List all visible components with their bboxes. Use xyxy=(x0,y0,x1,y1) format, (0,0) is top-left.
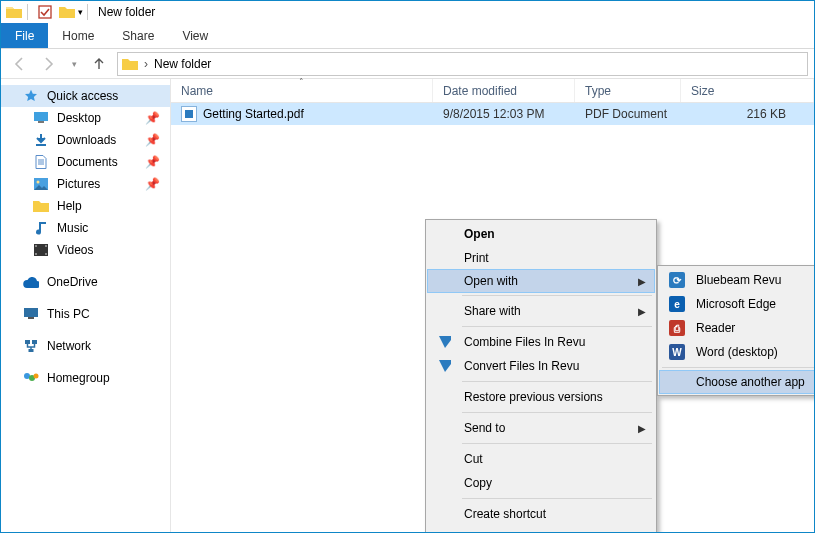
home-tab[interactable]: Home xyxy=(48,23,108,48)
edge-icon: e xyxy=(668,295,686,313)
sidebar-item-music[interactable]: Music xyxy=(1,217,170,239)
chevron-right-icon: ▶ xyxy=(638,306,646,317)
column-headers: Name˄ Date modified Type Size xyxy=(171,79,814,103)
folder-icon xyxy=(33,198,49,214)
address-folder-icon xyxy=(122,57,138,71)
menu-combine[interactable]: Combine Files In Revu xyxy=(428,330,654,354)
sidebar-item-desktop[interactable]: Desktop 📌 xyxy=(1,107,170,129)
pdf-icon xyxy=(181,106,197,122)
reader-icon: ⎙ xyxy=(668,319,686,337)
menu-restore[interactable]: Restore previous versions xyxy=(428,385,654,409)
breadcrumb-current[interactable]: New folder xyxy=(154,57,211,71)
address-row: ▾ › New folder xyxy=(1,49,814,79)
sidebar-item-label: This PC xyxy=(47,307,90,321)
view-tab[interactable]: View xyxy=(168,23,222,48)
sidebar-item-label: Music xyxy=(57,221,88,235)
address-bar[interactable]: › New folder xyxy=(117,52,808,76)
menu-convert[interactable]: Convert Files In Revu xyxy=(428,354,654,378)
svg-rect-2 xyxy=(38,121,44,123)
app-edge[interactable]: eMicrosoft Edge xyxy=(660,292,815,316)
sidebar-item-label: Quick access xyxy=(47,89,118,103)
bluebeam-icon: ⟳ xyxy=(668,271,686,289)
music-icon xyxy=(33,220,49,236)
column-date[interactable]: Date modified xyxy=(433,79,575,102)
sidebar-item-documents[interactable]: Documents 📌 xyxy=(1,151,170,173)
sidebar-item-pictures[interactable]: Pictures 📌 xyxy=(1,173,170,195)
desktop-icon xyxy=(33,110,49,126)
sidebar-quick-access[interactable]: Quick access xyxy=(1,85,170,107)
sidebar-item-label: Videos xyxy=(57,243,93,257)
svg-rect-11 xyxy=(24,308,38,317)
app-word[interactable]: WWord (desktop) xyxy=(660,340,815,364)
onedrive-icon xyxy=(23,274,39,290)
menu-cut[interactable]: Cut xyxy=(428,447,654,471)
svg-rect-3 xyxy=(36,144,46,146)
folder-small-icon[interactable] xyxy=(58,3,76,21)
file-list: Name˄ Date modified Type Size Getting St… xyxy=(171,79,814,532)
video-icon xyxy=(33,242,49,258)
sidebar-item-videos[interactable]: Videos xyxy=(1,239,170,261)
svg-rect-14 xyxy=(32,340,37,344)
sidebar-item-label: Homegroup xyxy=(47,371,110,385)
pin-icon: 📌 xyxy=(145,177,160,191)
context-menu: Open Print Open with▶ Share with▶ Combin… xyxy=(425,219,657,533)
sidebar-item-label: Desktop xyxy=(57,111,101,125)
sidebar-item-downloads[interactable]: Downloads 📌 xyxy=(1,129,170,151)
svg-rect-13 xyxy=(25,340,30,344)
menu-copy[interactable]: Copy xyxy=(428,471,654,495)
menu-open-with[interactable]: Open with▶ xyxy=(427,269,655,293)
svg-rect-7 xyxy=(35,245,37,247)
window-title: New folder xyxy=(98,5,155,19)
recent-dropdown[interactable]: ▾ xyxy=(67,52,81,76)
navigation-pane: Quick access Desktop 📌 Downloads 📌 Docum… xyxy=(1,79,171,532)
svg-point-18 xyxy=(34,374,39,379)
revu-icon xyxy=(436,333,454,351)
menu-share-with[interactable]: Share with▶ xyxy=(428,299,654,323)
pin-icon: 📌 xyxy=(145,133,160,147)
menu-open[interactable]: Open xyxy=(428,222,654,246)
document-icon xyxy=(33,154,49,170)
picture-icon xyxy=(33,176,49,192)
sidebar-item-label: Network xyxy=(47,339,91,353)
svg-rect-15 xyxy=(29,349,34,352)
check-icon[interactable] xyxy=(36,3,54,21)
sidebar-homegroup[interactable]: Homegroup xyxy=(1,367,170,389)
column-name[interactable]: Name˄ xyxy=(171,79,433,102)
chevron-right-icon[interactable]: › xyxy=(144,57,148,71)
sidebar-item-label: Downloads xyxy=(57,133,116,147)
share-tab[interactable]: Share xyxy=(108,23,168,48)
svg-rect-9 xyxy=(45,245,47,247)
forward-button[interactable] xyxy=(37,52,61,76)
sidebar-network[interactable]: Network xyxy=(1,335,170,357)
app-bluebeam[interactable]: ⟳Bluebeam Revu xyxy=(660,268,815,292)
revu-icon xyxy=(436,357,454,375)
sidebar-onedrive[interactable]: OneDrive xyxy=(1,271,170,293)
menu-print[interactable]: Print xyxy=(428,246,654,270)
chevron-right-icon: ▶ xyxy=(638,276,646,287)
pin-icon: 📌 xyxy=(145,111,160,125)
svg-point-5 xyxy=(37,181,40,184)
sidebar-item-help[interactable]: Help xyxy=(1,195,170,217)
svg-rect-8 xyxy=(35,253,37,255)
column-type[interactable]: Type xyxy=(575,79,681,102)
svg-rect-10 xyxy=(45,253,47,255)
pc-icon xyxy=(23,306,39,322)
file-row[interactable]: Getting Started.pdf 9/8/2015 12:03 PM PD… xyxy=(171,103,814,125)
sidebar-this-pc[interactable]: This PC xyxy=(1,303,170,325)
up-button[interactable] xyxy=(87,52,111,76)
menu-delete[interactable]: Delete xyxy=(428,526,654,533)
star-icon xyxy=(23,88,39,104)
folder-icon xyxy=(5,3,23,21)
svg-rect-12 xyxy=(28,317,34,319)
choose-another-app[interactable]: Choose another app xyxy=(659,370,815,394)
file-tab[interactable]: File xyxy=(1,23,48,48)
qat-dropdown[interactable]: ▾ xyxy=(78,7,83,17)
app-reader[interactable]: ⎙Reader xyxy=(660,316,815,340)
menu-shortcut[interactable]: Create shortcut xyxy=(428,502,654,526)
svg-rect-0 xyxy=(39,6,51,18)
column-size[interactable]: Size xyxy=(681,79,814,102)
download-icon xyxy=(33,132,49,148)
menu-send-to[interactable]: Send to▶ xyxy=(428,416,654,440)
back-button[interactable] xyxy=(7,52,31,76)
file-size: 216 KB xyxy=(681,107,814,121)
